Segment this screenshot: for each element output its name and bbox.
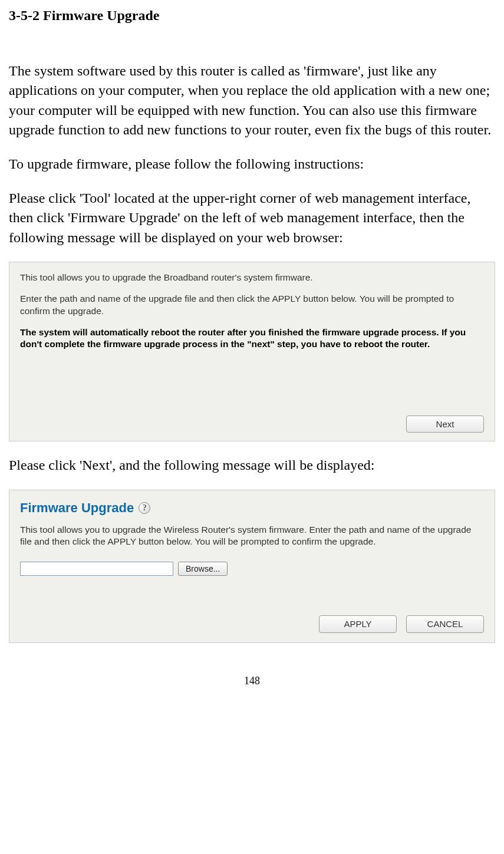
paragraph-intro: The system software used by this router … xyxy=(9,61,495,140)
page-number: 148 xyxy=(9,674,495,688)
info-text-line2: Enter the path and name of the upgrade f… xyxy=(20,293,484,316)
firmware-file-input[interactable] xyxy=(20,562,173,576)
form-description: This tool allows you to upgrade the Wire… xyxy=(20,524,484,548)
cancel-button[interactable]: CANCEL xyxy=(406,615,484,633)
panel-title: Firmware Upgrade ? xyxy=(20,500,484,517)
firmware-upgrade-info-panel: This tool allows you to upgrade the Broa… xyxy=(9,262,495,441)
info-text-line1: This tool allows you to upgrade the Broa… xyxy=(20,272,484,283)
info-text-warning: The system will automatically reboot the… xyxy=(20,327,484,350)
button-row: Next xyxy=(406,416,484,433)
help-icon[interactable]: ? xyxy=(139,502,150,514)
firmware-upgrade-form-panel: Firmware Upgrade ? This tool allows you … xyxy=(9,490,495,643)
paragraph-instructions-lead: To upgrade firmware, please follow the f… xyxy=(9,154,495,174)
panel-title-text: Firmware Upgrade xyxy=(20,500,134,517)
paragraph-next-step: Please click 'Next', and the following m… xyxy=(9,456,495,476)
next-button[interactable]: Next xyxy=(406,416,484,433)
browse-button[interactable]: Browse... xyxy=(178,562,228,576)
section-title: 3-5-2 Firmware Upgrade xyxy=(9,6,495,26)
apply-button[interactable]: APPLY xyxy=(319,615,397,633)
form-button-row: APPLY CANCEL xyxy=(319,615,484,633)
file-row: Browse... xyxy=(20,562,484,576)
paragraph-navigation: Please click 'Tool' located at the upper… xyxy=(9,189,495,248)
